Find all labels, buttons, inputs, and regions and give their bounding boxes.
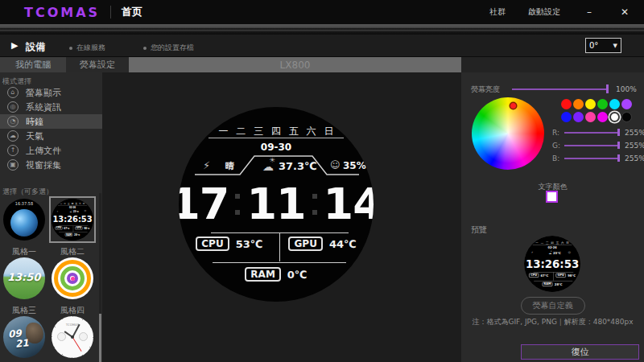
g-label: G: [552,142,560,150]
style-label-1: 風格一 [3,246,45,257]
sidebar-item-system-info[interactable]: ◎ 系統資訊 [0,100,102,114]
bullet-icon [143,47,147,50]
preview-clock: 一 二 三 四 五 六 日 02-26 ⚡ ☀ ☁ 23℃ ☺ 13:26:53… [524,236,580,292]
thumb-time: 16:37:58 [11,202,37,207]
main-preview-area: 一 二 三 四 五 六 日 09-30 ⚡ 晴 ☀ ☁ 37.3℃ ☺ 35% … [102,72,461,362]
color-swatch[interactable] [621,112,632,122]
tabbar-spacer [461,57,644,72]
play-icon[interactable]: ▶ [11,40,18,51]
sidebar-item-label: 上傳文件 [26,145,61,157]
watch-face-preview: 一 二 三 四 五 六 日 09-30 ⚡ 晴 ☀ ☁ 37.3℃ ☺ 35% … [179,107,374,302]
preview-time: 13:26:53 [524,257,580,270]
temperature-display: 37.3℃ [279,160,317,172]
rotation-dropdown[interactable]: 0° ▼ [585,38,621,53]
tab-my-computer[interactable]: 我的電腦 [0,57,66,72]
gpu-value: 98℃ [568,274,576,277]
color-swatch[interactable] [573,99,584,109]
style-thumb-6[interactable]: TCOMAS [52,316,93,358]
color-swatch[interactable] [561,112,572,122]
launch-settings-link[interactable]: 啟動設定 [528,6,560,18]
color-swatch[interactable] [597,99,608,109]
cloud-icon: ☁ [548,251,551,255]
color-swatch[interactable] [609,99,620,109]
bolt-icon: ⚡ [56,210,58,212]
settings-archive-item[interactable]: 您的設置存檔 [143,43,194,53]
gpu-value: 98℃ [84,227,89,229]
minutes-digits: 11 [246,182,305,227]
sidebar-item-window-capture[interactable]: ▣ 視窗採集 [0,158,102,172]
color-swatch-selected[interactable] [609,112,620,122]
earth-globe [10,209,38,237]
analog-subdial [57,332,66,341]
brightness-slider-handle[interactable] [606,84,609,93]
color-wheel-marker[interactable] [510,103,516,109]
b-value: 255% [625,154,644,162]
cpu-gpu-row: CPU 53℃ GPU 44℃ [179,237,374,251]
cpu-value: 67℃ [64,227,69,229]
activity-dot [71,277,75,281]
color-swatch[interactable] [561,99,572,109]
close-icon[interactable]: ✕ [618,6,631,18]
online-service-item[interactable]: 在線服務 [69,43,105,53]
style-thumb-1[interactable]: 16:37:58 [3,199,45,241]
style-thumb-2[interactable]: 一 二 三 四 五 六 日 02-26 ⚡ ☀ ☁ 23℃ ☺ 13:26:53… [52,199,93,241]
community-link[interactable]: 社群 [489,6,506,18]
g-slider[interactable] [564,145,619,146]
b-slider-handle[interactable] [617,154,620,162]
sidebar-item-weather[interactable]: ☁ 天氣 [0,129,102,143]
style-label-4: 風格四 [52,305,93,316]
sidebar-item-clock[interactable]: ◔ 時鐘 [0,114,102,129]
ram-row: RAM 0℃ [179,267,374,282]
divider-line [213,262,346,263]
color-swatch[interactable] [597,112,608,122]
upload-icon: ↑ [7,145,19,156]
online-service-label: 在線服務 [76,43,105,53]
minimize-icon[interactable]: – [583,6,596,18]
gpu-badge: GPU [288,237,322,251]
rotation-value: 0° [589,41,598,50]
color-swatch[interactable] [573,112,584,122]
ram-value: 0℃ [287,269,308,281]
divider-strip [0,24,644,35]
style-thumb-4[interactable] [52,257,93,299]
tab-screen-settings[interactable]: 熒幕設定 [66,57,129,72]
preview-label: 預覽 [471,224,487,236]
app-logo: TCOMAS [24,5,100,20]
r-slider[interactable] [564,132,619,134]
text-color-picker[interactable] [546,191,558,203]
ram-badge: RAM [543,282,553,286]
sidebar-item-upload-file[interactable]: ↑ 上傳文件 [0,143,102,158]
reset-button[interactable]: 復位 [521,344,639,360]
screen-customize-button[interactable]: 熒幕自定義 [521,297,585,315]
style-label-2: 風格二 [52,246,93,257]
r-slider-handle[interactable] [617,129,620,136]
style-label-3: 風格三 [3,305,45,316]
mode-menu: ⌂ 螢幕顯示 ◎ 系統資訊 ◔ 時鐘 ☁ 天氣 ↑ 上傳文件 [0,85,102,172]
format-note: 注：格式為GIF, JPG, PNG｜解析度：480*480px [461,317,644,327]
gpu-value: 44℃ [329,238,357,250]
smiley-icon: ☺ [84,210,86,212]
b-slider[interactable] [564,158,619,159]
home-tab[interactable]: 首页 [122,5,142,19]
swatch-row [561,112,632,122]
g-slider-handle[interactable] [617,142,620,149]
color-swatch[interactable] [621,99,632,109]
color-wheel[interactable] [472,97,544,170]
time-display: 17 11 14 [179,181,374,228]
device-model-bar[interactable]: LX800 [129,57,461,72]
style-thumb-5[interactable]: 09 21 [3,316,45,358]
brightness-slider[interactable] [512,88,609,90]
style-thumb-3[interactable]: 13:50 [3,257,45,299]
cpu-value: 53℃ [236,238,263,250]
sidebar-item-screen-display[interactable]: ⌂ 螢幕顯示 [0,85,102,100]
ram-value: 28℃ [555,282,563,286]
cloud-icon: ☁ [69,210,72,212]
sidebar-item-label: 視窗採集 [26,159,61,171]
sidebar-scrollbar-thumb[interactable] [99,314,101,362]
date-display: 09-30 [179,142,374,153]
color-swatch[interactable] [585,99,596,109]
brightness-value: 100% [616,85,637,93]
color-swatch[interactable] [585,112,596,122]
weekday-underline [208,138,344,138]
hours-digits: 17 [179,182,229,227]
